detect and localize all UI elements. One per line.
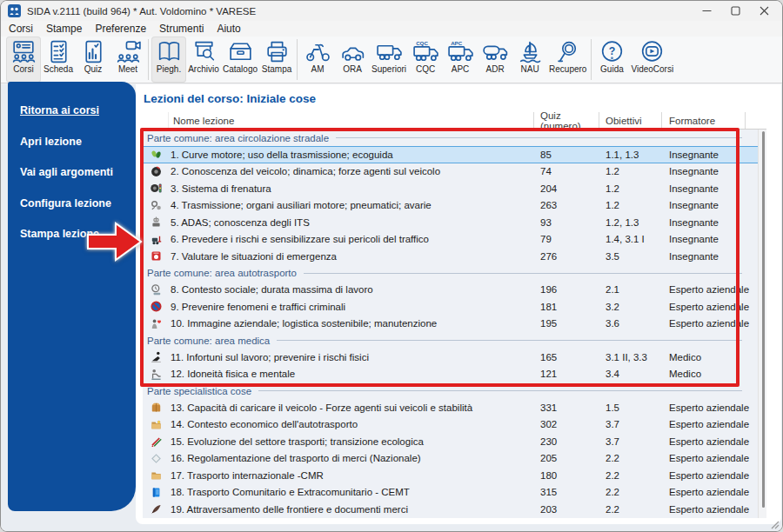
toolbar-button-label: VideoCorsi	[631, 64, 673, 74]
printer-icon	[263, 38, 291, 64]
col-header-quiz-numero[interactable]: Quiz (numero)	[534, 112, 599, 129]
lesson-formatore: Esperto aziendale	[662, 436, 746, 447]
toolbar-button-nau[interactable]: NAU	[512, 37, 547, 83]
lesson-formatore: Medico	[662, 352, 746, 362]
lesson-row[interactable]: 10. Immagine aziendale; logistica sosten…	[143, 316, 766, 333]
toolbar-button-quiz[interactable]: Quiz	[76, 37, 110, 83]
toolbar-button-label: Corsi	[13, 64, 33, 74]
col-header-formatore[interactable]: Formatore	[662, 112, 746, 129]
lesson-formatore: Insegnante	[662, 234, 746, 244]
menu-aiuto[interactable]: Aiuto	[217, 23, 240, 35]
toolbar-button-label: Recupero	[549, 64, 586, 74]
toolbar-button-catalogo[interactable]: Catalogo	[221, 37, 259, 83]
toolbar-button-corsi[interactable]: Corsi	[6, 37, 41, 83]
toolbar-button-meet[interactable]: Meet	[110, 37, 145, 83]
lesson-row[interactable]: 13. Capacità di caricare il veicolo - Fo…	[143, 399, 766, 416]
toolbar-button-label: Meet	[118, 64, 137, 74]
toolbar-button-recupero[interactable]: Recupero	[547, 37, 588, 83]
vertical-scrollbar[interactable]	[758, 130, 766, 518]
lesson-row[interactable]: 1. Curve motore; uso della trasmissione;…	[143, 146, 766, 163]
sidebar-item-stampa-lezione[interactable]: Stampa lezione	[20, 228, 136, 240]
lesson-formatore: Medico	[662, 369, 746, 379]
toolbar-button-ora[interactable]: ORA	[335, 37, 370, 83]
toolbar-button-label: Guida	[600, 64, 624, 74]
sidebar-item-configura-lezione[interactable]: Configura lezione	[20, 197, 136, 209]
toolbar-button-guida[interactable]: ?Guida	[594, 37, 629, 83]
lesson-row[interactable]: 17. Trasporto internazionale -CMR1802.2E…	[143, 467, 766, 484]
work-clock-icon	[143, 284, 169, 296]
lesson-obiettivi: 2.2	[599, 453, 662, 463]
toolbar-button-stampa[interactable]: Stampa	[259, 37, 294, 83]
lesson-formatore: Esperto aziendale	[662, 504, 746, 515]
lesson-row[interactable]: 8. Contesto sociale; durata massima di l…	[143, 282, 766, 299]
lesson-quiz-count: 196	[534, 284, 599, 295]
lesson-row[interactable]: 14. Contesto economico dell'autotrasport…	[143, 416, 766, 434]
minimize-button[interactable]	[693, 1, 721, 21]
toolbar-button-superiori[interactable]: Superiori	[370, 37, 408, 83]
lesson-row[interactable]: 16. Regolamentazione del trasporto di me…	[143, 450, 766, 468]
table-header-row: Nome lezione Quiz (numero) Obiettivi For…	[143, 112, 766, 130]
close-button[interactable]	[750, 1, 779, 21]
menu-preferenze[interactable]: Preferenze	[95, 23, 146, 35]
lesson-row[interactable]: 6. Prevedere i rischi e sensibilizzare s…	[143, 231, 766, 249]
transmission-gears-icon	[143, 200, 169, 211]
lesson-name: 16. Regolamentazione del trasporto di me…	[169, 453, 534, 463]
lesson-row[interactable]: 2. Conoscenza del veicolo; dinamica; for…	[143, 163, 766, 181]
lesson-row[interactable]: 11. Infortuni sul lavoro; prevenire i ri…	[143, 349, 766, 366]
toolbar-button-archivio[interactable]: Archivio	[186, 37, 221, 83]
lesson-row[interactable]: 18. Trasporto Comunitario e Extracomunit…	[143, 484, 766, 502]
toolbar-button-label: CQC	[416, 64, 435, 74]
lesson-row[interactable]: 7. Valutare le situazioni di emergenza27…	[143, 248, 766, 265]
toolbar-button-scheda[interactable]: Scheda	[41, 37, 76, 83]
lesson-row[interactable]: 12. Idoneità fisica e mentale1213.4Medic…	[143, 366, 766, 383]
menu-stampe[interactable]: Stampe	[46, 23, 82, 35]
sidebar-item-vai-agli-argomenti[interactable]: Vai agli argomenti	[20, 166, 136, 178]
toolbar-button-adr[interactable]: ADR	[478, 37, 512, 83]
lesson-row[interactable]: 19. Attraversamento delle frontiere e do…	[143, 501, 766, 518]
sailboat-icon	[516, 38, 545, 64]
app-window: SIDA v.2111 (build 964) * Aut. Voldomino…	[0, 0, 783, 532]
sidebar-item-ritorna-ai-corsi[interactable]: Ritorna ai corsi	[20, 104, 136, 116]
table-body: Parte comune: area circolazione stradale…	[143, 130, 766, 518]
toolbar-button-label: Stampa	[262, 64, 291, 74]
lesson-obiettivi: 1.2	[599, 183, 662, 194]
group-header-row: Parte comune: area medica	[143, 332, 766, 349]
lesson-quiz-count: 85	[534, 150, 599, 160]
quiz-stats-icon	[79, 38, 108, 64]
toolbar-group: CorsiSchedaQuizMeet	[6, 37, 145, 83]
lesson-obiettivi: 3.5	[599, 251, 662, 262]
lesson-obiettivi: 2.2	[599, 470, 662, 481]
maximize-button[interactable]	[721, 1, 750, 21]
lesson-row[interactable]: 4. Trasmissione; organi ausiliari motore…	[143, 197, 766, 215]
resize-grip[interactable]	[769, 519, 780, 529]
lesson-quiz-count: 263	[534, 200, 599, 210]
cargo-box-icon	[143, 402, 169, 413]
toolbar-button-piegh[interactable]: Piegh.	[151, 37, 186, 83]
lesson-row[interactable]: 3. Sistema di frenatura2041.2Insegnante	[143, 180, 766, 197]
menu-strumenti[interactable]: Strumenti	[159, 23, 204, 35]
toolbar-button-videocorsi[interactable]: VideoCorsi	[629, 37, 675, 83]
lesson-obiettivi: 1.2, 1.3	[599, 217, 662, 228]
lesson-name: 17. Trasporto internazionale -CMR	[169, 470, 534, 481]
lesson-row[interactable]: 15. Evoluzione del settore trasporti; tr…	[143, 433, 766, 450]
toolbar-button-apc[interactable]: APCAPC	[443, 37, 478, 83]
toolbar-button-cqc[interactable]: CQCCQC	[408, 37, 443, 83]
toolbar-button-am[interactable]: AM	[300, 37, 335, 83]
col-header-obiettivi[interactable]: Obiettivi	[599, 112, 662, 129]
scrollbar-thumb[interactable]	[762, 131, 765, 508]
company-heart-icon	[143, 318, 169, 329]
lesson-quiz-count: 203	[534, 504, 599, 515]
lesson-row[interactable]: 9. Prevenire fenomeni e traffici crimina…	[143, 298, 766, 316]
lesson-name: 9. Prevenire fenomeni e traffici crimina…	[169, 302, 534, 312]
steering-wheel-icon	[143, 166, 169, 177]
lesson-name: 10. Immagine aziendale; logistica sosten…	[169, 318, 534, 329]
intl-folder-icon	[143, 469, 169, 481]
lesson-quiz-count: 315	[534, 487, 599, 497]
sidebar-item-apri-lezione[interactable]: Apri lezione	[20, 136, 136, 148]
courses-presentation-icon	[10, 38, 38, 64]
lesson-row[interactable]: 5. ADAS; conoscenza degli ITS931.2, 1.3I…	[143, 214, 766, 231]
menu-corsi[interactable]: Corsi	[9, 23, 33, 35]
eco-pens-icon	[143, 436, 169, 447]
col-header-icon	[143, 112, 169, 129]
col-header-nome-lezione[interactable]: Nome lezione	[169, 112, 534, 129]
